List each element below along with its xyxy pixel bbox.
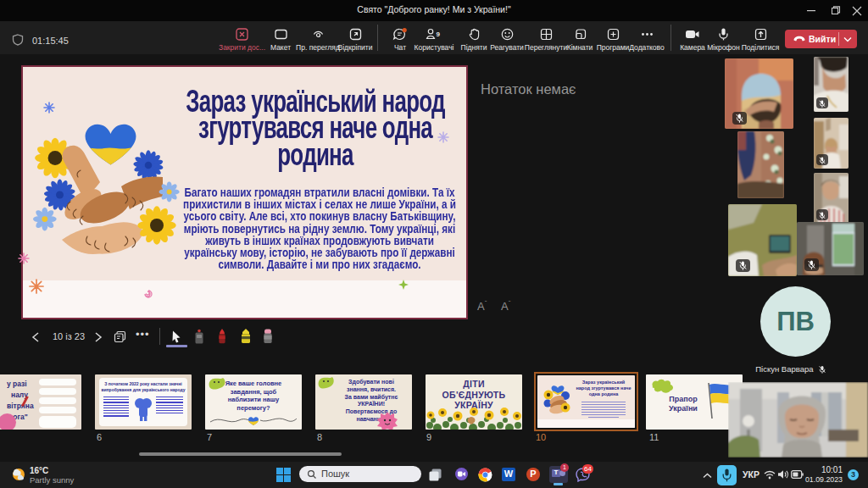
svg-text:9: 9	[437, 30, 441, 38]
